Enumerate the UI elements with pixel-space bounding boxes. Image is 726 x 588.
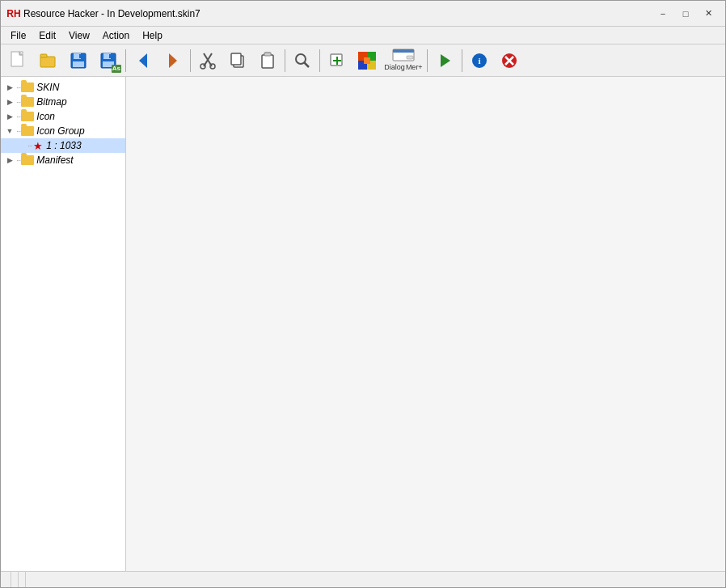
tree-item-manifest[interactable]: ▶ ··· Manifest bbox=[1, 153, 125, 167]
stop-icon bbox=[500, 52, 518, 70]
svg-rect-8 bbox=[73, 61, 84, 67]
expand-icon[interactable]: ▶ bbox=[4, 111, 15, 122]
label-manifest: Manifest bbox=[36, 154, 73, 166]
folder-icon-skin bbox=[21, 82, 34, 92]
info-icon: i bbox=[471, 52, 488, 70]
new-button[interactable] bbox=[4, 47, 33, 74]
separator-6 bbox=[462, 49, 462, 72]
expand-manifest[interactable]: ▶ bbox=[4, 154, 15, 166]
separator-4 bbox=[319, 49, 320, 72]
dialog-merge-inner: Dialog Mer+ bbox=[384, 49, 422, 72]
svg-rect-13 bbox=[109, 54, 111, 58]
info-button[interactable]: i bbox=[465, 47, 494, 74]
toolbar: As bbox=[1, 44, 725, 77]
resource-image-button[interactable] bbox=[352, 47, 382, 74]
save-as-button[interactable]: As bbox=[94, 47, 123, 74]
expand-skin[interactable]: ▶ bbox=[4, 82, 15, 93]
title-bar: RH Resource Hacker - In Development.skin… bbox=[1, 1, 725, 27]
status-segment-2 bbox=[11, 572, 19, 587]
new-icon bbox=[10, 51, 27, 70]
separator-3 bbox=[285, 49, 285, 72]
svg-line-26 bbox=[304, 62, 309, 67]
svg-rect-23 bbox=[262, 55, 273, 68]
open-icon bbox=[40, 52, 57, 70]
forward-icon bbox=[164, 52, 182, 70]
svg-rect-4 bbox=[40, 57, 55, 67]
add-resource-button[interactable] bbox=[323, 47, 352, 74]
save-icon bbox=[70, 52, 87, 70]
menu-file[interactable]: File bbox=[4, 27, 32, 44]
svg-rect-9 bbox=[79, 54, 81, 58]
cut-button[interactable] bbox=[193, 47, 222, 74]
menu-action[interactable]: Action bbox=[96, 27, 136, 44]
svg-rect-24 bbox=[264, 53, 271, 56]
expand-icon-group[interactable]: ▼ bbox=[4, 125, 15, 137]
label-bitmap: Bitmap bbox=[36, 96, 66, 108]
cut-icon bbox=[200, 52, 216, 70]
svg-rect-21 bbox=[231, 53, 241, 65]
expand-bitmap[interactable]: ▶ bbox=[4, 96, 15, 108]
menu-edit[interactable]: Edit bbox=[32, 27, 62, 44]
label-icon-group: Icon Group bbox=[36, 125, 84, 137]
app-icon: RH bbox=[7, 7, 20, 20]
paste-button[interactable] bbox=[253, 47, 282, 74]
svg-rect-38 bbox=[407, 56, 413, 59]
dialog-merge-button[interactable]: Dialog Mer+ bbox=[382, 47, 424, 74]
svg-rect-5 bbox=[40, 54, 47, 57]
back-button[interactable] bbox=[129, 47, 158, 74]
forward-button[interactable] bbox=[158, 47, 188, 74]
label-icon: Icon bbox=[36, 111, 55, 122]
svg-marker-14 bbox=[139, 53, 147, 68]
tree-item-1033[interactable]: ··· ★ 1 : 1033 bbox=[1, 138, 125, 153]
svg-rect-35 bbox=[364, 57, 370, 64]
folder-icon-icon bbox=[21, 112, 34, 121]
label-skin: SKIN bbox=[36, 82, 59, 93]
separator-2 bbox=[190, 49, 191, 72]
svg-rect-37 bbox=[393, 49, 414, 53]
dialog-icon bbox=[392, 49, 415, 63]
status-segment-3 bbox=[19, 572, 26, 587]
expand-1033 bbox=[15, 140, 27, 151]
svg-marker-39 bbox=[441, 54, 450, 67]
status-bar bbox=[1, 571, 725, 587]
save-button[interactable] bbox=[64, 47, 93, 74]
folder-icon-bitmap bbox=[21, 97, 34, 107]
tree-item-skin[interactable]: ▶ ··· SKIN bbox=[1, 80, 125, 95]
open-button[interactable] bbox=[34, 47, 63, 74]
separator-1 bbox=[125, 49, 126, 72]
close-button[interactable]: ✕ bbox=[698, 6, 719, 22]
label-1033: 1 : 1033 bbox=[46, 140, 81, 151]
tree-item-icon[interactable]: ▶ ··· Icon bbox=[1, 109, 125, 124]
menu-view[interactable]: View bbox=[62, 27, 96, 44]
minimize-button[interactable]: − bbox=[652, 6, 673, 22]
play-icon bbox=[436, 52, 454, 70]
app-window: RH Resource Hacker - In Development.skin… bbox=[0, 0, 726, 588]
folder-icon-icon-group bbox=[21, 126, 34, 136]
play-button[interactable] bbox=[430, 47, 459, 74]
tree-item-bitmap[interactable]: ▶ ··· Bitmap bbox=[1, 95, 125, 109]
copy-icon bbox=[230, 52, 246, 70]
find-button[interactable] bbox=[288, 47, 317, 74]
window-controls: − □ ✕ bbox=[652, 6, 719, 22]
menu-help[interactable]: Help bbox=[136, 27, 169, 44]
title-text: Resource Hacker - In Development.skin7 bbox=[23, 8, 652, 19]
svg-marker-15 bbox=[169, 53, 177, 68]
separator-5 bbox=[427, 49, 428, 72]
copy-button[interactable] bbox=[223, 47, 252, 74]
status-segment-1 bbox=[4, 572, 11, 587]
tree-panel[interactable]: ▶ ··· SKIN ▶ ··· Bitmap ▶ ··· Icon bbox=[1, 77, 126, 571]
content-panel bbox=[126, 77, 725, 571]
menu-bar: File Edit View Action Help bbox=[1, 27, 725, 44]
resource-image-icon bbox=[357, 51, 377, 70]
tree-item-icon-group[interactable]: ▼ ··· Icon Group bbox=[1, 124, 125, 138]
folder-icon-manifest bbox=[21, 155, 34, 165]
back-icon bbox=[134, 52, 152, 70]
star-icon-1033: ★ bbox=[32, 140, 44, 151]
main-content: ▶ ··· SKIN ▶ ··· Bitmap ▶ ··· Icon bbox=[1, 77, 725, 571]
stop-button[interactable] bbox=[495, 47, 524, 74]
svg-text:i: i bbox=[478, 56, 480, 66]
find-icon bbox=[293, 52, 311, 70]
maximize-button[interactable]: □ bbox=[675, 6, 696, 22]
add-resource-icon bbox=[328, 52, 346, 70]
paste-icon bbox=[260, 52, 276, 70]
